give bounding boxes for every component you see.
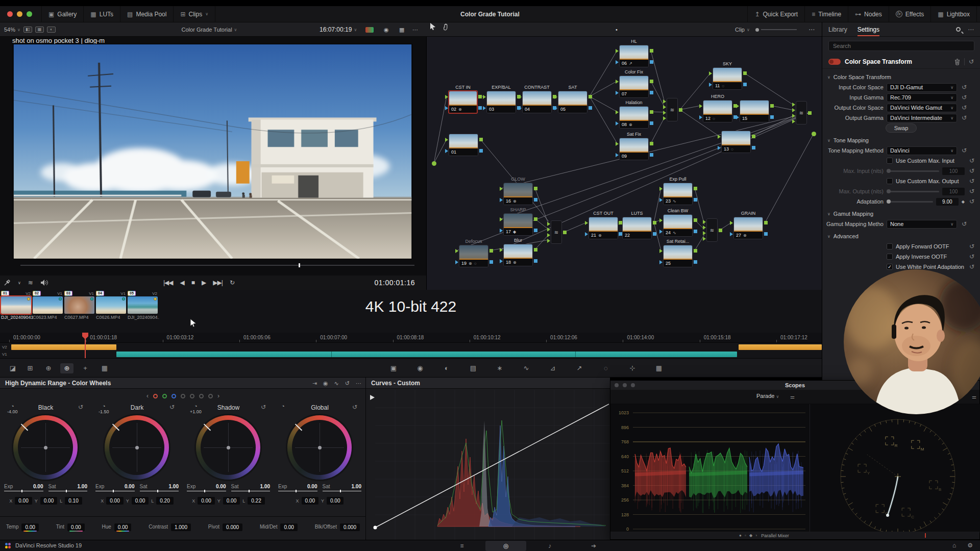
apply-inverse-ootf-checkbox[interactable]	[887, 254, 893, 260]
plugin-enable-toggle[interactable]	[828, 59, 841, 65]
reset-icon[interactable]: ↺	[960, 147, 968, 154]
timeline-clip-teal[interactable]	[116, 352, 737, 357]
node-color-fix[interactable]: Color Fix07	[619, 76, 649, 98]
hand-tool-icon[interactable]	[442, 22, 450, 37]
pager-prev-icon[interactable]: ‹	[146, 392, 149, 399]
panel-more-icon[interactable]: ⋯	[968, 26, 974, 33]
lightbox-grid-icon[interactable]: ▦	[98, 363, 111, 373]
tone-mapping-method-dropdown[interactable]: DaVinci∨	[887, 146, 957, 155]
reset-icon[interactable]: ↺	[968, 253, 976, 260]
reset-icon[interactable]: ↺	[968, 263, 976, 270]
pager-next-icon[interactable]: ›	[217, 392, 219, 399]
wheel-offset-value[interactable]: 0.20	[156, 497, 173, 505]
section-header-color-space-transform[interactable]: ∨Color Space Transform	[822, 70, 980, 82]
clips-button[interactable]: ⊞Clips∨	[173, 6, 215, 22]
deliver-page-button[interactable]: ➔	[573, 541, 614, 551]
timeline-button[interactable]: ≡Timeline	[804, 6, 848, 22]
wheel-offset-value[interactable]: 0.00	[198, 497, 214, 505]
layer-mixer-node[interactable]: ≋	[706, 218, 718, 242]
node-blur[interactable]: Blur18⊗	[503, 244, 533, 266]
pager-dot-1[interactable]	[153, 394, 158, 398]
keyframe-diamond-icon[interactable]: ◆	[962, 199, 965, 204]
max-output-nits-slider[interactable]	[887, 191, 939, 192]
exp-slider[interactable]: Exp0.00	[278, 484, 317, 491]
tab-library[interactable]: Library	[828, 22, 847, 36]
color-wheel[interactable]	[105, 415, 169, 480]
chevron-down-icon[interactable]: ∨	[18, 281, 21, 285]
parade-mode-select[interactable]: Parade ∨	[756, 393, 779, 399]
section-header-advanced[interactable]: ∨Advanced	[822, 229, 980, 241]
single-view-icon[interactable]: ▮▯	[23, 27, 32, 33]
wheel-offset-value[interactable]: 0.00	[106, 497, 123, 505]
section-header-gamut-mapping[interactable]: ∨Gamut Mapping	[822, 207, 980, 219]
viewer-jog-bar[interactable]	[20, 265, 414, 266]
swap-button[interactable]: Swap	[886, 123, 917, 133]
blk-offset-field[interactable]: Blk/Offset0.000	[315, 524, 360, 530]
reset-icon[interactable]: ↺	[968, 243, 976, 250]
zoom-window-button[interactable]	[27, 11, 32, 17]
node-01[interactable]: 01	[449, 134, 478, 156]
sat-slider[interactable]: Sat1.00	[48, 484, 88, 491]
tint-field[interactable]: Tint0.00	[56, 524, 85, 530]
media-page-button[interactable]: ≡	[442, 541, 482, 551]
adaptation-slider[interactable]	[887, 201, 933, 203]
timeline-clip-orange[interactable]	[739, 344, 822, 350]
motion-effects-icon[interactable]: ∗	[493, 363, 506, 373]
play-button[interactable]: ▶	[202, 279, 206, 286]
wheel-offset-value[interactable]: 0.00	[40, 497, 57, 505]
waveform-mode-icon[interactable]: ∿	[334, 380, 339, 387]
qualifier-icon[interactable]: ↗	[573, 363, 586, 373]
home-icon[interactable]: ⌂	[952, 542, 956, 549]
use-custom-max-input-checkbox[interactable]	[887, 158, 893, 164]
layer-mixer-node[interactable]: ≋	[667, 98, 678, 121]
mini-timeline[interactable]: 01:00:00:0001:00:01:1801:00:03:1201:00:0…	[0, 333, 822, 358]
vectorscope-settings-icon[interactable]: ⚌	[972, 394, 977, 399]
power-windows-icon[interactable]: ◌	[599, 363, 612, 373]
reset-icon[interactable]: ↺	[960, 104, 968, 111]
timeline-ruler[interactable]: 01:00:00:0001:00:01:1801:00:03:1201:00:0…	[0, 333, 822, 343]
reset-icon[interactable]: ↺	[78, 404, 83, 411]
plugin-reset-icon[interactable]: ↺	[969, 58, 974, 65]
trash-icon[interactable]	[954, 59, 960, 65]
color-wheels-icon[interactable]: ◐	[440, 363, 453, 373]
effects-button[interactable]: fxEffects	[889, 6, 930, 22]
timeline-clip-orange[interactable]	[11, 344, 116, 350]
output-gamma-dropdown[interactable]: DaVinci Intermediate∨	[887, 114, 957, 122]
fairlight-page-button[interactable]: ♪	[529, 541, 570, 551]
wheel-center-dot[interactable]	[227, 446, 230, 449]
close-window-button[interactable]	[7, 11, 13, 17]
settings-gear-icon[interactable]: ⚙	[967, 542, 973, 549]
pager-dot-2[interactable]	[162, 394, 167, 398]
node-graph-source-dot[interactable]	[432, 161, 436, 166]
gallery-button[interactable]: ▣Gallery	[41, 6, 83, 22]
node-sat[interactable]: SAT05	[558, 91, 587, 113]
node-hero[interactable]: HERO12◌	[703, 100, 732, 122]
quick-export-button[interactable]: ↥Quick Export	[747, 6, 804, 22]
temp-field[interactable]: Temp0.00	[6, 524, 39, 530]
pager-dot-6[interactable]	[199, 394, 204, 398]
use-custom-max-output-checkbox[interactable]	[887, 178, 893, 184]
color-wheel[interactable]	[13, 415, 78, 480]
pointer-tool-icon[interactable]	[430, 22, 436, 37]
node-exp-pull[interactable]: Exp Pull23∿	[663, 183, 693, 205]
color-match-icon[interactable]: ◉	[413, 363, 427, 373]
node-sat-retai[interactable]: Sat Retai...25	[663, 245, 693, 267]
reset-icon[interactable]: ↺	[960, 114, 968, 121]
exp-slider[interactable]: Exp0.00	[4, 484, 43, 491]
jog-position-marker[interactable]	[299, 263, 300, 267]
max-input-nits-slider[interactable]	[887, 170, 939, 172]
tab-settings[interactable]: Settings	[857, 22, 879, 36]
mid-det-field[interactable]: Mid/Det0.00	[260, 524, 298, 530]
section-header-tone-mapping[interactable]: ∨Tone Mapping	[822, 133, 980, 145]
search-icon[interactable]	[956, 27, 961, 32]
reset-icon[interactable]: ↺	[968, 167, 976, 174]
play-reverse-button[interactable]: ◀	[180, 279, 184, 286]
wipe-mode-icon[interactable]: ⊞	[23, 363, 37, 373]
rgb-mixer-icon[interactable]: ▤	[467, 363, 480, 373]
magic-mask-icon[interactable]: ▦	[652, 363, 666, 373]
reset-icon[interactable]: ↺	[169, 404, 175, 411]
eyedropper-icon[interactable]	[4, 279, 11, 286]
node-15[interactable]: 15	[740, 100, 769, 122]
speaker-icon[interactable]	[40, 279, 48, 286]
node-halation[interactable]: Halation08⊗	[619, 106, 649, 129]
